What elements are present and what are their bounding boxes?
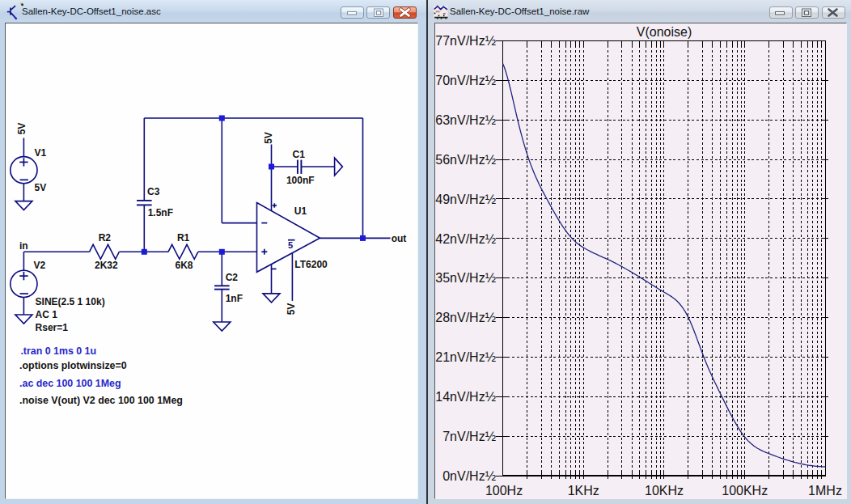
svg-text:10KHz: 10KHz: [645, 484, 684, 498]
svg-text:1nF: 1nF: [226, 293, 243, 304]
svg-text:100nF: 100nF: [286, 175, 315, 186]
svg-text:100KHz: 100KHz: [722, 484, 768, 498]
svg-text:0nV/Hz½: 0nV/Hz½: [442, 469, 496, 483]
svg-text:77nV/Hz½: 77nV/Hz½: [435, 34, 496, 48]
svg-text:out: out: [392, 233, 407, 244]
svg-text:C1: C1: [293, 149, 306, 160]
svg-text:.noise V(out) V2 dec 100 100 1: .noise V(out) V2 dec 100 100 1Meg: [19, 395, 183, 406]
svg-text:70nV/Hz½: 70nV/Hz½: [435, 74, 496, 87]
svg-text:V(onoise): V(onoise): [637, 25, 692, 39]
svg-text:C2: C2: [226, 272, 239, 283]
svg-text:.tran 0 1ms 0 1u: .tran 0 1ms 0 1u: [20, 345, 96, 357]
svg-text:.options plotwinsize=0: .options plotwinsize=0: [19, 360, 127, 371]
svg-text:Rser=1: Rser=1: [36, 322, 69, 333]
svg-text:5V: 5V: [263, 132, 274, 144]
svg-text:49nV/Hz½: 49nV/Hz½: [435, 193, 496, 206]
svg-text:5: 5: [288, 240, 293, 250]
svg-text:V2: V2: [34, 260, 46, 271]
svg-text:LT6200: LT6200: [294, 259, 328, 270]
svg-text:R1: R1: [177, 232, 190, 244]
svg-text:6K8: 6K8: [176, 260, 193, 271]
svg-text:21nV/Hz½: 21nV/Hz½: [435, 350, 496, 364]
svg-text:35nV/Hz½: 35nV/Hz½: [435, 271, 496, 285]
svg-text:5V: 5V: [35, 182, 47, 193]
svg-text:2K32: 2K32: [95, 260, 118, 271]
svg-text:14nV/Hz½: 14nV/Hz½: [435, 390, 496, 404]
svg-text:R2: R2: [99, 232, 112, 244]
svg-text:in: in: [19, 240, 28, 252]
svg-text:5V: 5V: [286, 303, 297, 316]
svg-text:42nV/Hz½: 42nV/Hz½: [435, 232, 496, 246]
svg-text:1KHz: 1KHz: [568, 484, 599, 498]
svg-text:1MHz: 1MHz: [808, 484, 842, 498]
svg-text:U1: U1: [294, 205, 307, 217]
svg-text:C3: C3: [147, 186, 160, 197]
svg-text:SINE(2.5 1 10k): SINE(2.5 1 10k): [36, 296, 105, 307]
svg-text:1.5nF: 1.5nF: [148, 207, 173, 218]
svg-text:V1: V1: [35, 147, 47, 159]
svg-text:63nV/Hz½: 63nV/Hz½: [435, 113, 496, 127]
svg-text:7nV/Hz½: 7nV/Hz½: [442, 430, 496, 443]
svg-text:100Hz: 100Hz: [485, 484, 523, 498]
svg-text:56nV/Hz½: 56nV/Hz½: [435, 153, 496, 167]
svg-text:28nV/Hz½: 28nV/Hz½: [435, 311, 496, 324]
svg-text:.ac dec 100 100 1Meg: .ac dec 100 100 1Meg: [19, 378, 121, 389]
svg-text:5V: 5V: [16, 123, 28, 135]
svg-text:AC 1: AC 1: [36, 309, 58, 320]
